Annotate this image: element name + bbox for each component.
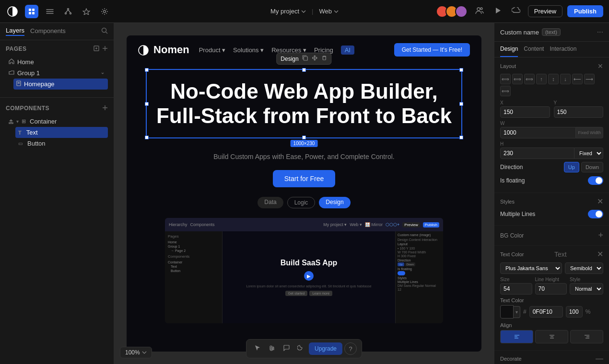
add-section-icon[interactable] xyxy=(102,45,108,53)
color-swatch-group: ▾ xyxy=(500,305,520,318)
font-weight-select[interactable]: Semibold Regular Bold xyxy=(565,262,603,274)
play-icon[interactable] xyxy=(492,5,504,18)
add-bg-color-button[interactable]: + xyxy=(598,230,603,240)
h-select[interactable]: Fixed Auto xyxy=(574,148,603,159)
add-component-button[interactable] xyxy=(102,104,108,112)
nav-ai[interactable]: AI xyxy=(341,46,354,55)
cursor-tool-button[interactable] xyxy=(251,342,264,355)
resize-handle-bl[interactable] xyxy=(145,136,149,139)
upgrade-button[interactable]: Upgrade xyxy=(309,342,342,355)
delete-toolbar-icon[interactable] xyxy=(322,55,328,62)
direction-down-button[interactable]: Down xyxy=(581,162,603,172)
styles-label: Styles xyxy=(500,199,515,205)
tab-design[interactable]: Design xyxy=(319,197,350,208)
tab-design[interactable]: Design xyxy=(500,42,518,57)
layout-collapse-icon[interactable]: ✕ xyxy=(597,62,603,70)
font-family-select[interactable]: Plus Jakarta Sans Inter DM Sans xyxy=(500,262,562,274)
project-selector[interactable]: My project xyxy=(270,8,306,15)
align-bottom-button[interactable]: ↓ xyxy=(560,74,571,84)
copy-toolbar-icon[interactable] xyxy=(303,55,308,62)
more-options-icon[interactable]: ··· xyxy=(597,28,603,36)
align-left-button[interactable]: ⟺ xyxy=(500,74,511,84)
page-home[interactable]: Home xyxy=(6,57,108,68)
opacity-input[interactable] xyxy=(566,306,583,318)
site-cta-button[interactable]: Get Started — It's Free! xyxy=(394,43,470,57)
publish-button[interactable]: Publish xyxy=(567,5,603,17)
decorate-collapse-icon[interactable]: — xyxy=(596,354,603,363)
text-element-selected[interactable]: No-Code Web App Builder, Full-Stack from… xyxy=(146,69,462,138)
align-center-text-button[interactable] xyxy=(535,330,568,343)
comment-tool-button[interactable] xyxy=(280,342,293,355)
tab-interaction[interactable]: Interaction xyxy=(550,42,576,57)
is-floating-toggle[interactable] xyxy=(588,176,603,185)
multiple-lines-toggle[interactable] xyxy=(588,210,603,218)
h-input[interactable] xyxy=(500,148,574,159)
preview-button[interactable]: Preview xyxy=(528,5,562,17)
nav-icon-tree[interactable] xyxy=(61,5,75,18)
start-for-free-button[interactable]: Start for Free xyxy=(273,170,335,187)
tab-content[interactable]: Content xyxy=(524,42,544,57)
hand-tool-button[interactable] xyxy=(266,342,278,355)
resize-handle-br[interactable] xyxy=(459,136,463,139)
add-page-icon[interactable] xyxy=(94,45,99,53)
align-top-button[interactable]: ↑ xyxy=(536,74,547,84)
moon-tool-button[interactable] xyxy=(294,342,307,355)
resize-handle-tl[interactable] xyxy=(145,68,149,72)
w-input[interactable] xyxy=(500,127,576,138)
align-center-v-button[interactable]: ↕ xyxy=(548,74,559,84)
nav-icon-grid[interactable] xyxy=(25,5,38,18)
nav-icon-layers[interactable] xyxy=(43,5,57,18)
svg-point-12 xyxy=(477,8,480,11)
component-text[interactable]: T Text xyxy=(15,127,108,138)
nav-icon-settings[interactable] xyxy=(98,5,111,18)
zoom-indicator[interactable]: 100% xyxy=(120,347,152,358)
tab-logic[interactable]: Logic xyxy=(287,197,316,208)
tab-data[interactable]: Data xyxy=(258,197,283,208)
tab-components[interactable]: Components xyxy=(30,27,66,35)
search-icon[interactable] xyxy=(101,27,108,35)
text-color-swatch[interactable] xyxy=(500,305,514,318)
font-size-input[interactable] xyxy=(500,283,532,295)
page-group1[interactable]: Group 1 xyxy=(6,68,108,79)
resize-handle-tr[interactable] xyxy=(459,68,463,72)
dist-h-button[interactable]: ⟺ xyxy=(500,86,511,96)
resize-handle-tm[interactable] xyxy=(302,68,306,72)
dist-right-button[interactable]: ⟶ xyxy=(584,74,595,84)
line-height-input[interactable] xyxy=(535,283,567,295)
nav-solutions[interactable]: Solutions ▾ xyxy=(233,46,264,54)
percent-symbol: % xyxy=(586,308,591,315)
tab-layers[interactable]: Layers xyxy=(6,27,24,36)
direction-up-button[interactable]: Up xyxy=(564,162,579,172)
color-dropdown-arrow[interactable]: ▾ xyxy=(514,306,520,318)
component-button[interactable]: ▭ Button xyxy=(15,138,108,149)
resize-handle-ml[interactable] xyxy=(145,102,149,106)
resize-handle-bm[interactable] xyxy=(302,136,306,139)
users-icon[interactable] xyxy=(472,5,487,18)
styles-collapse-icon[interactable]: ✕ xyxy=(597,197,603,206)
hex-color-input[interactable] xyxy=(529,306,563,318)
nav-icon-ai[interactable] xyxy=(80,5,93,18)
main-layout: Layers Components PAGES xyxy=(0,23,609,364)
cloud-icon[interactable] xyxy=(509,5,523,18)
help-button[interactable]: ? xyxy=(344,342,357,355)
svg-rect-1 xyxy=(29,9,31,11)
align-right-button[interactable]: ⟺ xyxy=(524,74,535,84)
nav-product[interactable]: Product ▾ xyxy=(199,46,225,54)
y-input[interactable] xyxy=(554,106,604,118)
canvas-area[interactable]: Nomen Product ▾ Solutions ▾ Resources ▾ … xyxy=(114,23,494,364)
text-style-select[interactable]: Normal Italic xyxy=(570,283,603,295)
align-left-text-button[interactable] xyxy=(500,330,533,343)
app-logo[interactable] xyxy=(6,5,19,18)
x-input[interactable] xyxy=(500,106,550,118)
resize-handle-mr[interactable] xyxy=(459,102,463,106)
page-homepage[interactable]: Homepage xyxy=(13,79,108,90)
move-toolbar-icon[interactable] xyxy=(312,55,318,62)
platform-selector[interactable]: Web xyxy=(319,8,339,15)
layout-label: Layout xyxy=(500,63,516,69)
align-center-h-button[interactable]: ⟺ xyxy=(512,74,523,84)
dist-left-button[interactable]: ⟵ xyxy=(572,74,583,84)
align-right-text-button[interactable] xyxy=(570,330,603,343)
component-container[interactable]: ▾ ⊞ Container xyxy=(6,116,108,127)
text-collapse-icon[interactable]: ✕ xyxy=(597,250,603,259)
align-buttons xyxy=(500,330,603,343)
